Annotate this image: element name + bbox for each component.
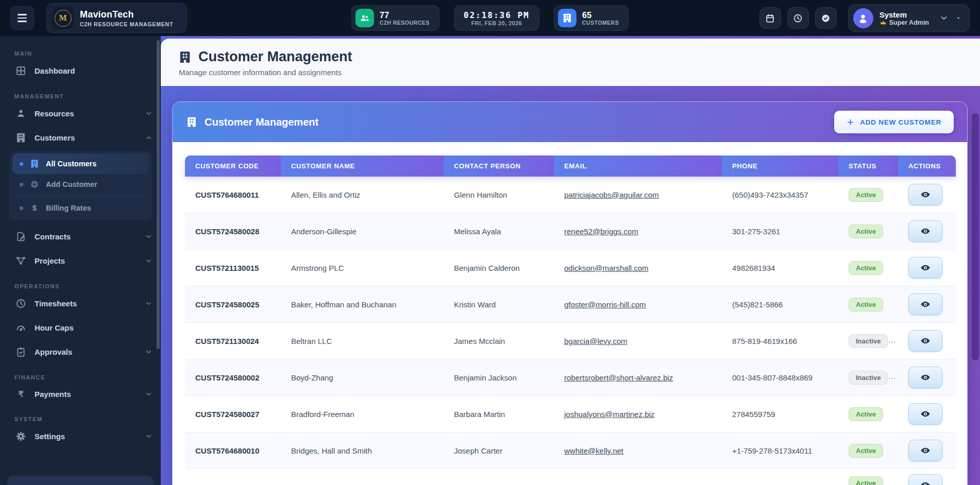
sidebar-item-all-customers[interactable]: All Customers bbox=[12, 153, 149, 174]
chevron-down-icon bbox=[939, 13, 949, 23]
column-header-customer-name[interactable]: CUSTOMER NAME bbox=[281, 155, 444, 177]
customers-count: 65 bbox=[582, 10, 619, 20]
email-link[interactable]: renee52@briggs.com bbox=[564, 227, 638, 236]
view-customer-button[interactable] bbox=[908, 403, 942, 425]
table-row: CUST5724580027Bradford-FreemanBarbara Ma… bbox=[185, 396, 956, 432]
dashboard-icon bbox=[15, 65, 26, 76]
content-band: Customer Management ADD NEW CUSTOMER bbox=[161, 86, 980, 485]
view-customer-button[interactable] bbox=[908, 220, 942, 242]
cell-email: odickson@marshall.com bbox=[554, 250, 722, 286]
status-badge: Active bbox=[849, 188, 883, 202]
cell-email: bgarcia@levy.com bbox=[554, 323, 722, 359]
view-customer-button[interactable] bbox=[908, 293, 942, 315]
email-link[interactable]: odickson@marshall.com bbox=[564, 264, 649, 272]
email-link[interactable]: patriciajacobs@aguilar.com bbox=[564, 190, 659, 199]
cell-customer-code: CUST5724580025 bbox=[185, 286, 281, 323]
active-dot bbox=[20, 162, 23, 166]
cell-customer-name: Boyd-Zhang bbox=[281, 359, 444, 396]
view-customer-button[interactable] bbox=[908, 330, 942, 352]
clock-date: FRI, FEB 20, 2026 bbox=[471, 20, 522, 26]
sidebar-item-hour-caps[interactable]: Hour Caps bbox=[0, 316, 161, 340]
sidebar-item-resources[interactable]: Resources bbox=[0, 101, 161, 126]
crown-icon bbox=[880, 20, 887, 26]
approvals-button[interactable] bbox=[815, 7, 837, 29]
cell-email: gfoster@morris-hill.com bbox=[554, 286, 722, 323]
status-badge: Inactive bbox=[849, 334, 888, 348]
sidebar-item-payments[interactable]: ₹ Payments bbox=[0, 383, 161, 406]
cell-actions bbox=[898, 432, 956, 469]
column-header-phone[interactable]: PHONE bbox=[722, 155, 838, 177]
sidebar: MAIN Dashboard MANAGEMENT Resources Cust… bbox=[0, 36, 161, 485]
sidebar-item-add-customer[interactable]: Add Customer bbox=[12, 174, 149, 195]
customers-label: CUSTOMERS bbox=[582, 20, 619, 26]
email-link[interactable]: robertsrobert@short-alvarez.biz bbox=[564, 373, 673, 382]
email-link[interactable]: wwhite@kelly.net bbox=[564, 446, 623, 455]
status-badge: Active bbox=[849, 224, 883, 238]
brand-logo-icon: M bbox=[52, 7, 74, 29]
table-row: CUST5721130015Armstrong PLCBenjamin Cald… bbox=[185, 250, 956, 286]
topbar: M MavionTech C2H RESOURCE MANAGEMENT 77 … bbox=[0, 0, 980, 36]
sidebar-bottom-item[interactable] bbox=[7, 476, 154, 485]
status-badge: Active bbox=[849, 298, 883, 311]
cell-phone: (545)821-5866 bbox=[722, 286, 838, 323]
menu-toggle-button[interactable] bbox=[10, 6, 34, 30]
view-customer-button[interactable] bbox=[908, 474, 942, 485]
eye-icon bbox=[920, 226, 931, 236]
sidebar-item-timesheets[interactable]: Timesheets bbox=[0, 291, 161, 316]
sidebar-item-customers[interactable]: Customers bbox=[0, 126, 161, 150]
cell-customer-code: CUST5724580027 bbox=[185, 396, 281, 432]
sidebar-item-dashboard[interactable]: Dashboard bbox=[0, 59, 161, 83]
card-body: CUSTOMER CODE CUSTOMER NAME CONTACT PERS… bbox=[173, 142, 967, 485]
sidebar-item-approvals[interactable]: Approvals bbox=[0, 340, 161, 364]
cell-status: Active bbox=[838, 469, 898, 485]
cell-actions bbox=[898, 323, 956, 359]
clock-icon bbox=[793, 13, 803, 23]
cell-phone: +1-759-278-5173x4011 bbox=[722, 432, 838, 469]
status-badge: Inactive bbox=[849, 371, 888, 385]
cell-email: joshualyons@martinez.biz bbox=[554, 396, 722, 432]
section-label-system: SYSTEM bbox=[14, 416, 161, 422]
calendar-icon bbox=[765, 13, 775, 23]
card-title: Customer Management bbox=[186, 116, 318, 128]
sidebar-item-contracts[interactable]: Contracts bbox=[0, 224, 161, 249]
cell-status: Inactive bbox=[838, 359, 898, 396]
brand[interactable]: M MavionTech C2H RESOURCE MANAGEMENT bbox=[46, 3, 187, 33]
calendar-button[interactable] bbox=[759, 7, 781, 29]
column-header-status[interactable]: STATUS bbox=[838, 155, 898, 177]
brand-subtitle: C2H RESOURCE MANAGEMENT bbox=[80, 21, 173, 27]
table-row-partial: Active bbox=[185, 469, 956, 485]
email-link[interactable]: bgarcia@levy.com bbox=[564, 337, 628, 345]
page-header: Customer Management Manage customer info… bbox=[161, 39, 980, 86]
section-label-main: MAIN bbox=[14, 50, 161, 57]
sidebar-item-settings[interactable]: Settings bbox=[0, 424, 161, 448]
view-customer-button[interactable] bbox=[908, 184, 942, 205]
check-circle-icon bbox=[821, 13, 831, 23]
column-header-contact-person[interactable]: CONTACT PERSON bbox=[444, 155, 554, 177]
cell-contact-person: Barbara Martin bbox=[444, 396, 554, 432]
table-row: CUST5721130024Beltran LLCJames Mcclainbg… bbox=[185, 323, 956, 359]
main-scrollbar-thumb[interactable] bbox=[972, 113, 979, 360]
column-header-customer-code[interactable]: CUSTOMER CODE bbox=[185, 155, 281, 177]
sidebar-scrollbar-thumb[interactable] bbox=[157, 40, 160, 349]
sidebar-item-billing-rates[interactable]: $ Billing Rates bbox=[12, 198, 149, 218]
cell-customer-code: CUST5724580028 bbox=[185, 213, 281, 250]
column-header-actions[interactable]: ACTIONS bbox=[898, 155, 956, 177]
add-new-customer-button[interactable]: ADD NEW CUSTOMER bbox=[834, 111, 954, 133]
column-header-email[interactable]: EMAIL bbox=[554, 155, 722, 177]
view-customer-button[interactable] bbox=[908, 440, 942, 461]
gauge-icon bbox=[15, 322, 26, 333]
email-link[interactable]: joshualyons@martinez.biz bbox=[564, 410, 654, 419]
email-link[interactable]: gfoster@morris-hill.com bbox=[564, 300, 646, 309]
people-icon bbox=[356, 9, 374, 27]
person-icon bbox=[15, 108, 26, 119]
clock-button[interactable] bbox=[787, 7, 809, 29]
user-menu[interactable]: System Super Admin bbox=[848, 4, 970, 32]
clipboard-check-icon bbox=[15, 347, 26, 357]
bullet-dot bbox=[20, 183, 23, 186]
customer-card: Customer Management ADD NEW CUSTOMER bbox=[172, 101, 968, 485]
view-customer-button[interactable] bbox=[908, 367, 942, 388]
sidebar-item-projects[interactable]: Projects bbox=[0, 249, 161, 273]
chevron-down-icon bbox=[145, 390, 153, 398]
view-customer-button[interactable] bbox=[908, 257, 942, 279]
cell-customer-name: Allen, Ellis and Ortiz bbox=[281, 177, 444, 213]
